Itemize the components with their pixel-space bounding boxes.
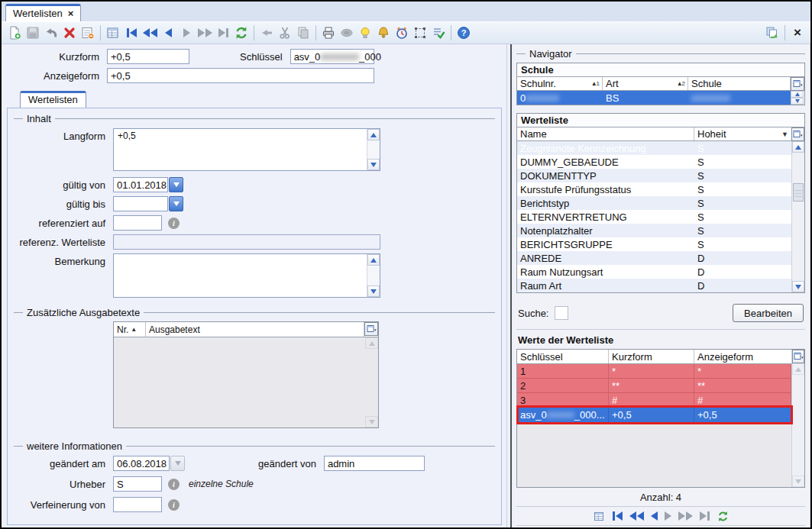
column-config-button[interactable] xyxy=(364,322,378,336)
column-header-anzeigeform[interactable]: Anzeigeform xyxy=(694,350,791,363)
verfeinerung-von-field[interactable] xyxy=(113,497,162,512)
scrollbar-thumb[interactable] xyxy=(793,183,804,202)
hint-bulb-button[interactable] xyxy=(356,24,374,42)
werteliste-row[interactable]: Raum Nutzungsart D xyxy=(517,265,791,279)
werte-row[interactable]: 1 * * xyxy=(517,364,791,379)
werteliste-row[interactable]: ELTERNVERTRETUNG S xyxy=(517,210,791,224)
werteliste-row[interactable]: DUMMY_GEBAEUDE S xyxy=(517,155,791,169)
refresh-button[interactable] xyxy=(232,24,251,42)
referenz-werteliste-label: referenz. Werteliste xyxy=(15,237,113,248)
scroll-up-button[interactable] xyxy=(792,141,804,153)
schule-row-schule[interactable]: ####### xyxy=(688,91,791,105)
form-remove-button[interactable] xyxy=(79,24,97,42)
column-header-name[interactable]: Name xyxy=(517,127,694,140)
previous-record-button[interactable] xyxy=(159,24,177,42)
column-header-ausgabetext[interactable]: Ausgabetext xyxy=(146,322,364,337)
spin-down-button[interactable] xyxy=(791,98,804,105)
column-header-art[interactable]: Art▲2 xyxy=(603,77,688,90)
werteliste-row[interactable]: Zeugnisnote Kennzeichnung S xyxy=(517,141,791,155)
refresh-button[interactable] xyxy=(717,510,730,523)
scroll-up-button[interactable] xyxy=(367,129,380,140)
column-header-kurzform[interactable]: Kurzform xyxy=(609,350,694,363)
column-header-nr[interactable]: Nr.▲ xyxy=(114,322,146,337)
dropdown-arrow-icon[interactable] xyxy=(169,196,183,211)
panel-splitter[interactable] xyxy=(510,44,512,527)
referenz-werteliste-field[interactable] xyxy=(113,234,380,250)
werteliste-row[interactable]: ANREDE D xyxy=(517,251,791,265)
scroll-down-button[interactable] xyxy=(792,281,804,292)
spin-up-button[interactable] xyxy=(791,91,804,98)
help-button[interactable]: ? xyxy=(455,24,473,42)
reminder-bell-button[interactable] xyxy=(374,24,393,42)
werteliste-row[interactable]: BERICHTSGRUPPE S xyxy=(517,237,791,251)
werte-table: Schlüssel Kurzform Anzeigeform 1 * * xyxy=(516,349,805,488)
redacted-text: ##### xyxy=(547,409,574,421)
column-config-button[interactable] xyxy=(791,127,804,141)
werte-row[interactable]: 2 ** ** xyxy=(517,379,791,393)
new-record-button[interactable] xyxy=(5,24,24,42)
switch-window-button[interactable] xyxy=(763,24,781,42)
werteliste-row[interactable]: DOKUMENTTYP S xyxy=(517,169,791,182)
check-edit-button[interactable] xyxy=(429,24,448,42)
langform-label: Langform xyxy=(15,128,113,142)
dropdown-arrow-icon[interactable] xyxy=(169,177,183,192)
column-header-hoheit[interactable]: Hoheit▼ xyxy=(694,127,791,140)
svg-text:?: ? xyxy=(461,28,467,37)
werte-row[interactable]: asv_0#####_000... +0,5 +0,5 xyxy=(517,408,791,422)
first-record-button[interactable] xyxy=(122,24,141,42)
bemerkung-textarea[interactable] xyxy=(113,253,380,298)
suche-input[interactable] xyxy=(555,306,568,320)
werteliste-row[interactable]: Berichtstyp S xyxy=(517,196,791,210)
delete-record-button[interactable] xyxy=(60,24,79,42)
scroll-down-button[interactable] xyxy=(367,159,380,170)
urheber-field[interactable]: S xyxy=(113,476,162,492)
column-header-schluessel[interactable]: Schlüssel xyxy=(517,350,609,363)
column-config-button[interactable] xyxy=(792,350,804,363)
langform-textarea[interactable]: +0,5 xyxy=(113,128,380,171)
tab-close-icon[interactable]: × xyxy=(68,9,74,18)
info-icon: i xyxy=(168,479,180,490)
werte-row[interactable]: 3 # # xyxy=(517,393,791,408)
fast-backward-button[interactable] xyxy=(629,511,644,521)
inhalt-group-legend: Inhalt xyxy=(14,113,495,124)
next-record-icon xyxy=(665,511,671,521)
schluessel-field[interactable]: asv_0#######_000 xyxy=(290,49,374,64)
tab-wertelisten[interactable]: Wertelisten × xyxy=(5,4,81,21)
close-view-button[interactable]: × xyxy=(788,24,807,42)
dropdown-arrow-disabled-icon xyxy=(170,456,185,471)
werteliste-row[interactable]: Raum Art D xyxy=(517,279,791,292)
gueltig-bis-datepicker[interactable] xyxy=(113,196,183,211)
anzeigeform-field[interactable]: +0,5 xyxy=(107,68,374,83)
bearbeiten-button[interactable]: Bearbeiten xyxy=(733,304,804,322)
print-button[interactable] xyxy=(319,24,338,42)
show-record-table-button[interactable] xyxy=(593,510,606,523)
geaendert-von-field[interactable]: admin xyxy=(324,456,425,471)
scroll-down-button[interactable] xyxy=(367,285,380,297)
werteliste-row[interactable]: Notenplatzhalter S xyxy=(517,224,791,237)
schule-row-schulnr[interactable]: 0###### xyxy=(517,91,603,105)
column-header-schulnr[interactable]: Schulnr.▲1 xyxy=(517,77,603,90)
column-header-schule[interactable]: Schule xyxy=(688,77,791,90)
toolbar-separator xyxy=(315,25,316,40)
toolbar-separator xyxy=(785,25,785,40)
geaendert-am-field[interactable]: 06.08.2018 xyxy=(113,456,185,471)
alarm-clock-button[interactable] xyxy=(393,24,411,42)
referenziert-auf-field[interactable] xyxy=(113,215,162,231)
detail-panel: Kurzform +0,5 Schlüssel asv_0#######_000… xyxy=(2,44,507,527)
column-config-button[interactable] xyxy=(791,77,804,91)
show-record-table-button[interactable] xyxy=(104,24,122,42)
divider xyxy=(516,329,805,330)
first-record-button[interactable] xyxy=(613,511,623,521)
schule-row-art[interactable]: BS xyxy=(603,91,688,105)
kurzform-field[interactable]: +0,5 xyxy=(107,49,189,64)
werte-rows: 1 * * 2 ** ** 3 xyxy=(517,364,791,422)
info-icon: i xyxy=(168,499,180,511)
gueltig-von-datepicker[interactable]: 01.01.2018 xyxy=(113,177,183,192)
werteliste-row[interactable]: Kursstufe Prüfungsstatus S xyxy=(517,182,791,196)
scroll-up-button[interactable] xyxy=(367,254,380,266)
selection-button[interactable] xyxy=(411,24,429,42)
ausgabetexte-table-body xyxy=(114,337,378,427)
fast-backward-button[interactable] xyxy=(141,24,159,42)
subtab-wertelisten[interactable]: Wertelisten xyxy=(20,91,86,108)
previous-record-button[interactable] xyxy=(651,511,658,521)
